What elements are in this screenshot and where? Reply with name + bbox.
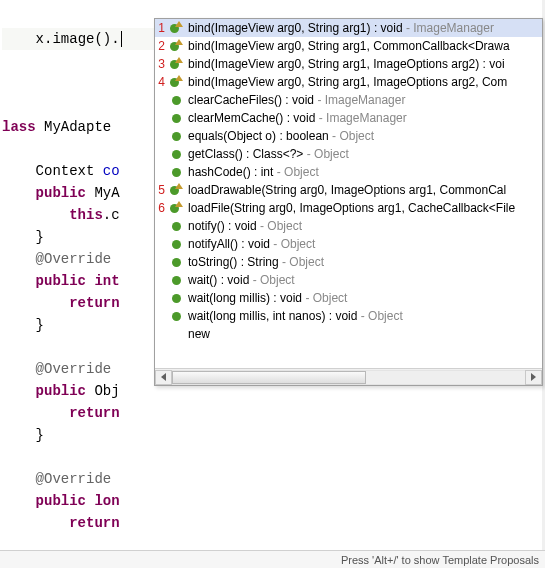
autocomplete-item[interactable]: 0toString() : String - Object: [155, 253, 542, 271]
public-method-override-icon: [168, 201, 184, 215]
public-method-icon: [168, 147, 184, 161]
autocomplete-item[interactable]: 0clearMemCache() : void - ImageManager: [155, 109, 542, 127]
public-method-override-icon: [168, 57, 184, 71]
keyword-icon: [168, 327, 184, 341]
public-method-override-icon: [168, 21, 184, 35]
autocomplete-item-label: clearMemCache() : void - ImageManager: [188, 111, 540, 125]
autocomplete-item[interactable]: 0wait() : void - Object: [155, 271, 542, 289]
public-method-override-icon: [168, 39, 184, 53]
autocomplete-item-label: wait() : void - Object: [188, 273, 540, 287]
autocomplete-horizontal-scrollbar[interactable]: [155, 368, 542, 385]
autocomplete-item[interactable]: 1bind(ImageView arg0, String arg1) : voi…: [155, 19, 542, 37]
relevance-rank: 0: [155, 219, 165, 233]
public-method-override-icon: [168, 183, 184, 197]
relevance-rank: 0: [155, 111, 165, 125]
relevance-rank: 5: [155, 183, 165, 197]
autocomplete-item-label: getClass() : Class<?> - Object: [188, 147, 540, 161]
autocomplete-item-label: clearCacheFiles() : void - ImageManager: [188, 93, 540, 107]
chevron-left-icon: [161, 373, 166, 381]
autocomplete-popup[interactable]: 1bind(ImageView arg0, String arg1) : voi…: [154, 18, 543, 386]
public-method-icon: [168, 309, 184, 323]
text-caret: [121, 31, 122, 47]
relevance-rank: 0: [155, 93, 165, 107]
public-method-icon: [168, 129, 184, 143]
autocomplete-item-label: bind(ImageView arg0, String arg1, ImageO…: [188, 75, 540, 89]
relevance-rank: 0: [155, 309, 165, 323]
public-method-icon: [168, 291, 184, 305]
autocomplete-item-label: hashCode() : int - Object: [188, 165, 540, 179]
autocomplete-item-label: bind(ImageView arg0, String arg1, ImageO…: [188, 57, 540, 71]
status-hint: Press 'Alt+/' to show Template Proposals: [341, 554, 539, 566]
autocomplete-item[interactable]: 5loadDrawable(String arg0, ImageOptions …: [155, 181, 542, 199]
autocomplete-item[interactable]: 0hashCode() : int - Object: [155, 163, 542, 181]
relevance-rank: 0: [155, 327, 165, 341]
autocomplete-item[interactable]: 0clearCacheFiles() : void - ImageManager: [155, 91, 542, 109]
autocomplete-item-label: wait(long millis) : void - Object: [188, 291, 540, 305]
relevance-rank: 0: [155, 147, 165, 161]
autocomplete-item[interactable]: 2bind(ImageView arg0, String arg1, Commo…: [155, 37, 542, 55]
relevance-rank: 0: [155, 165, 165, 179]
public-method-override-icon: [168, 75, 184, 89]
autocomplete-item-label: loadDrawable(String arg0, ImageOptions a…: [188, 183, 540, 197]
scrollbar-thumb[interactable]: [172, 371, 366, 384]
autocomplete-item[interactable]: 0wait(long millis) : void - Object: [155, 289, 542, 307]
public-method-icon: [168, 273, 184, 287]
autocomplete-item-label: toString() : String - Object: [188, 255, 540, 269]
autocomplete-item-label: notifyAll() : void - Object: [188, 237, 540, 251]
autocomplete-item[interactable]: 4bind(ImageView arg0, String arg1, Image…: [155, 73, 542, 91]
public-method-icon: [168, 255, 184, 269]
relevance-rank: 3: [155, 57, 165, 71]
relevance-rank: 4: [155, 75, 165, 89]
autocomplete-item[interactable]: 0equals(Object o) : boolean - Object: [155, 127, 542, 145]
autocomplete-item-label: loadFile(String arg0, ImageOptions arg1,…: [188, 201, 540, 215]
autocomplete-item[interactable]: 6loadFile(String arg0, ImageOptions arg1…: [155, 199, 542, 217]
relevance-rank: 2: [155, 39, 165, 53]
chevron-right-icon: [531, 373, 536, 381]
relevance-rank: 0: [155, 237, 165, 251]
autocomplete-item-label: notify() : void - Object: [188, 219, 540, 233]
public-method-icon: [168, 219, 184, 233]
scroll-left-button[interactable]: [155, 370, 172, 385]
relevance-rank: 6: [155, 201, 165, 215]
public-method-icon: [168, 111, 184, 125]
autocomplete-list[interactable]: 1bind(ImageView arg0, String arg1) : voi…: [155, 19, 542, 368]
relevance-rank: 0: [155, 255, 165, 269]
autocomplete-item[interactable]: 0new: [155, 325, 542, 343]
status-bar: Press 'Alt+/' to show Template Proposals: [0, 550, 545, 568]
relevance-rank: 0: [155, 273, 165, 287]
autocomplete-item[interactable]: 0notifyAll() : void - Object: [155, 235, 542, 253]
scroll-right-button[interactable]: [525, 370, 542, 385]
autocomplete-item[interactable]: 0getClass() : Class<?> - Object: [155, 145, 542, 163]
autocomplete-item-label: bind(ImageView arg0, String arg1) : void…: [188, 21, 540, 35]
public-method-icon: [168, 165, 184, 179]
relevance-rank: 0: [155, 129, 165, 143]
autocomplete-item-label: equals(Object o) : boolean - Object: [188, 129, 540, 143]
scrollbar-track[interactable]: [172, 370, 525, 385]
relevance-rank: 1: [155, 21, 165, 35]
autocomplete-item-label: bind(ImageView arg0, String arg1, Common…: [188, 39, 540, 53]
public-method-icon: [168, 93, 184, 107]
autocomplete-item-label: new: [188, 327, 540, 341]
autocomplete-item[interactable]: 3bind(ImageView arg0, String arg1, Image…: [155, 55, 542, 73]
autocomplete-item-label: wait(long millis, int nanos) : void - Ob…: [188, 309, 540, 323]
autocomplete-item[interactable]: 0notify() : void - Object: [155, 217, 542, 235]
relevance-rank: 0: [155, 291, 165, 305]
code-text: x.image().: [2, 31, 120, 47]
autocomplete-item[interactable]: 0wait(long millis, int nanos) : void - O…: [155, 307, 542, 325]
public-method-icon: [168, 237, 184, 251]
code-text: lass MyAdapte Context co public MyA this…: [2, 119, 120, 531]
